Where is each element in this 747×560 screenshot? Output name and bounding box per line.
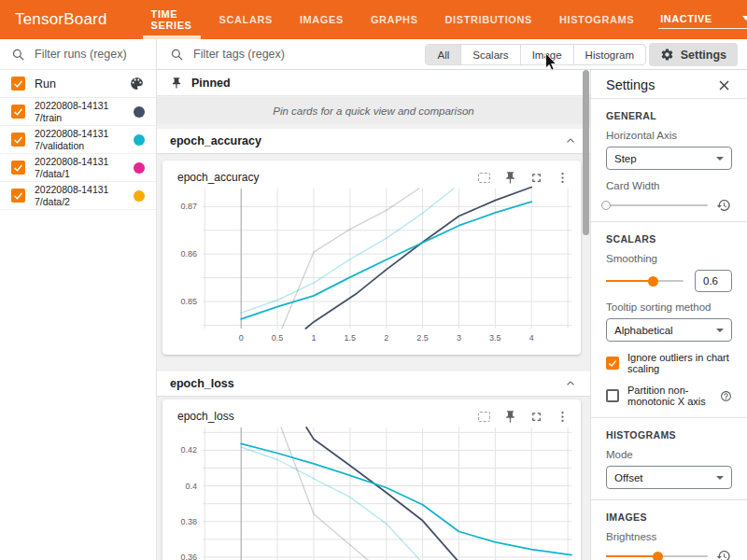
tab-images[interactable]: IMAGES: [297, 0, 346, 39]
histogram-mode-value: Offset: [614, 472, 642, 483]
tag-filter-chips: All Scalars Image Histogram: [425, 44, 646, 65]
fit-to-data-icon: [478, 173, 490, 183]
run-checkbox[interactable]: [11, 189, 25, 203]
tab-histograms[interactable]: HISTOGRAMS: [557, 0, 637, 39]
svg-text:0.38: 0.38: [180, 517, 197, 526]
settings-button-label: Settings: [681, 49, 726, 62]
runs-header-label: Run: [35, 77, 56, 91]
close-settings-button[interactable]: [717, 77, 732, 92]
fullscreen-button[interactable]: [529, 409, 543, 424]
section-epoch-loss[interactable]: epoch_loss: [157, 371, 590, 396]
search-icon: [170, 48, 184, 62]
brightness-slider[interactable]: [606, 555, 708, 557]
more-vert-icon: [556, 171, 570, 185]
section-epoch-accuracy[interactable]: epoch_accuracy: [157, 129, 590, 153]
more-options-button[interactable]: [555, 170, 570, 185]
fullscreen-button[interactable]: [529, 170, 543, 185]
smoothing-value-input[interactable]: [695, 270, 732, 292]
more-options-button[interactable]: [555, 409, 570, 424]
select-all-runs-checkbox[interactable]: [11, 77, 25, 91]
fit-to-data-button[interactable]: [476, 170, 491, 185]
epoch-accuracy-chart[interactable]: 0.850.860.8700.511.522.533.54: [162, 185, 581, 351]
run-color-dot: [134, 106, 145, 118]
tab-distributions[interactable]: DISTRIBUTIONS: [443, 0, 535, 39]
pin-icon: [503, 171, 517, 185]
run-row-data2[interactable]: 20220808-141317/data/2: [0, 182, 156, 210]
run-checkbox[interactable]: [11, 105, 25, 119]
vertical-scrollbar[interactable]: [583, 70, 589, 235]
cards-scroll-area: Pinned Pin cards for a quick view and co…: [157, 70, 590, 560]
epoch-loss-chart[interactable]: 0.360.380.40.4200.511.522.533.54: [162, 424, 581, 560]
run-row-train[interactable]: 20220808-141317/train: [0, 98, 156, 126]
filter-runs-field: [0, 39, 156, 70]
chip-scalars[interactable]: Scalars: [461, 45, 520, 64]
pin-icon: [503, 410, 517, 424]
svg-text:0: 0: [239, 333, 244, 343]
chip-image[interactable]: Image: [521, 45, 574, 64]
pin-card-button[interactable]: [502, 409, 517, 424]
horizontal-axis-select[interactable]: Step: [606, 147, 732, 170]
partition-x-axis-label[interactable]: Partition non-monotonic X axis: [627, 385, 716, 407]
app-title: TensorBoard: [15, 10, 107, 29]
run-checkbox[interactable]: [11, 161, 25, 175]
run-row-data1[interactable]: 20220808-141317/data/1: [0, 154, 156, 182]
fit-to-data-icon: [478, 412, 490, 422]
chip-histogram[interactable]: Histogram: [574, 45, 645, 64]
pin-card-button[interactable]: [502, 170, 517, 185]
run-checkbox[interactable]: [11, 133, 25, 147]
histogram-mode-select[interactable]: Offset: [606, 466, 732, 489]
tooltip-sorting-select[interactable]: Alphabetical: [606, 318, 732, 342]
runs-sidebar: Run 20220808-141317/train 20220808-14131…: [0, 39, 157, 560]
reload-status-dropdown[interactable]: INACTIVE: [658, 11, 747, 29]
chevron-down-icon: [716, 476, 724, 480]
run-row-validation[interactable]: 20220808-141317/validation: [0, 126, 156, 154]
fit-to-data-button[interactable]: [476, 409, 491, 424]
tab-graphs[interactable]: GRAPHS: [368, 0, 421, 39]
tab-scalars[interactable]: SCALARS: [217, 0, 275, 39]
fullscreen-icon: [529, 171, 543, 185]
filter-runs-input[interactable]: [33, 47, 145, 62]
smoothing-label: Smoothing: [606, 253, 732, 264]
card-header: epoch_accuracy: [162, 161, 581, 185]
card-width-slider[interactable]: [606, 204, 708, 206]
help-icon[interactable]: [720, 390, 732, 402]
pinned-title: Pinned: [191, 77, 231, 90]
chevron-down-icon: [716, 329, 724, 332]
horizontal-axis-label: Horizontal Axis: [606, 130, 732, 141]
chevron-up-icon[interactable]: [564, 377, 577, 390]
pin-icon: [170, 77, 183, 90]
partition-x-axis-checkbox[interactable]: [606, 389, 619, 402]
chevron-up-icon[interactable]: [564, 134, 577, 147]
run-color-dot: [134, 162, 145, 174]
pinned-section-header[interactable]: Pinned: [157, 70, 590, 96]
palette-icon[interactable]: [129, 76, 145, 91]
restore-icon: [716, 549, 731, 560]
ignore-outliers-label[interactable]: Ignore outliers in chart scaling: [627, 352, 732, 374]
chip-all[interactable]: All: [426, 45, 461, 64]
reset-card-width-button[interactable]: [716, 198, 732, 214]
histograms-heading: HISTOGRAMS: [606, 429, 732, 441]
ignore-outliers-checkbox[interactable]: [606, 357, 619, 370]
more-vert-icon: [556, 410, 570, 424]
svg-text:1.5: 1.5: [345, 333, 357, 343]
chevron-down-icon: [716, 157, 724, 161]
card-epoch-loss: epoch_loss 0.360.380.40.4200.511.522.533…: [162, 399, 581, 560]
svg-text:0.42: 0.42: [180, 445, 197, 455]
images-heading: IMAGES: [606, 511, 732, 523]
close-icon: [717, 78, 731, 92]
filter-tags-input[interactable]: [191, 47, 397, 62]
smoothing-slider[interactable]: [606, 280, 684, 282]
tab-time-series[interactable]: TIME SERIES: [148, 0, 195, 39]
brightness-label: Brightness: [606, 531, 732, 542]
reset-brightness-button[interactable]: [716, 549, 732, 560]
run-name: 20220808-141317/validation: [35, 128, 117, 151]
card-width-label: Card Width: [606, 180, 732, 191]
settings-panel: Settings GENERAL Horizontal Axis Step Ca…: [590, 70, 747, 560]
card-header: epoch_loss: [162, 399, 581, 424]
svg-text:0.86: 0.86: [180, 249, 197, 259]
reload-status-value: INACTIVE: [660, 13, 712, 24]
general-heading: GENERAL: [606, 110, 732, 121]
card-title: epoch_loss: [177, 410, 234, 423]
settings-button[interactable]: Settings: [649, 43, 738, 66]
svg-text:0.5: 0.5: [272, 333, 284, 343]
